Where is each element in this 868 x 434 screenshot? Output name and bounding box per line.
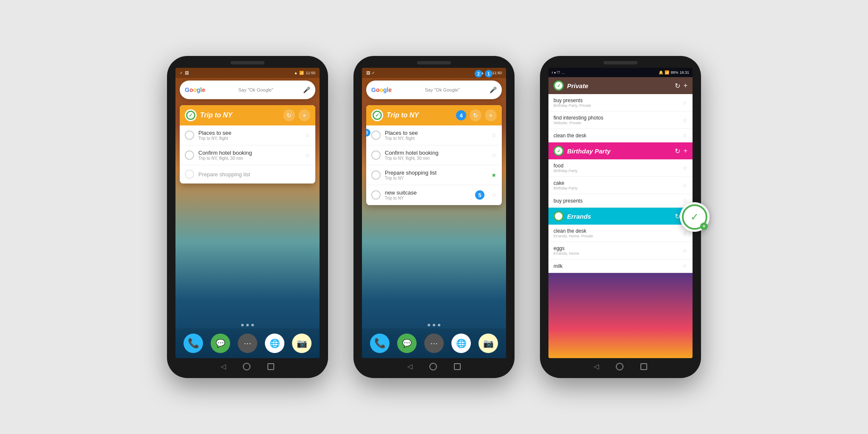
- add-btn-1[interactable]: +: [298, 109, 310, 121]
- private-check: ✓: [554, 81, 564, 91]
- status-time-3: 16:31: [679, 70, 689, 75]
- star-2-2[interactable]: ★: [491, 172, 497, 178]
- item-circle-1-1[interactable]: [185, 150, 194, 160]
- todo-star-e-2[interactable]: ☆: [682, 263, 687, 269]
- birthday-add[interactable]: +: [684, 147, 687, 155]
- check-mark-1: ✓: [189, 112, 193, 118]
- item-circle-1-2[interactable]: [185, 170, 194, 179]
- nav-home-2[interactable]: [429, 363, 437, 370]
- widget-check-inner-2: ✓: [373, 111, 382, 120]
- star-2-3[interactable]: ☆: [491, 192, 497, 198]
- dot-1: [241, 324, 244, 326]
- todo-text-e-0: clean the desk Errands, Home, Private: [554, 228, 679, 238]
- item-circle-2-0[interactable]: [371, 131, 381, 140]
- status-time-2: 11:50: [492, 71, 502, 75]
- item-circle-2-1[interactable]: [371, 150, 381, 160]
- star-2-0[interactable]: ☆: [491, 132, 497, 139]
- todo-star-e-0[interactable]: ☆: [682, 230, 687, 236]
- star-1-0[interactable]: ☆: [305, 132, 310, 139]
- todo-text-b-0: food Birthday Party: [554, 163, 679, 173]
- todo-list-3: ✓ Private ↻ + buy presents Birthday Part…: [548, 77, 693, 358]
- errands-sync[interactable]: ↻: [675, 212, 680, 220]
- nav-home-1[interactable]: [243, 363, 250, 370]
- birthday-sync[interactable]: ↻: [675, 147, 680, 155]
- phone-screen-2: 🖼 ✓ ▲ 📶 11:50 Google Say "Ok Google" 🎤 1…: [362, 68, 506, 358]
- item-circle-2-3[interactable]: [371, 190, 381, 200]
- todo-item-b-2: buy presents ☆: [548, 194, 693, 208]
- todo-name-b-0: food: [554, 163, 679, 169]
- nav-recent-3[interactable]: [640, 363, 647, 370]
- widget-item-2-2: Prepare shopping list Trip to NY ★: [366, 165, 502, 185]
- nav-back-2[interactable]: ◁: [407, 362, 412, 370]
- phone-1: ✓ 🖼 ▲ 📶 11:50 Google Say "Ok Google" 🎤: [167, 56, 328, 378]
- dock-apps-2[interactable]: ⋯: [424, 334, 444, 353]
- dock-camera-1[interactable]: 📷: [292, 334, 312, 353]
- item-sub-1-0: Trip to NY, flight: [198, 136, 300, 141]
- dock-phone-1[interactable]: 📞: [184, 334, 203, 353]
- widget-title-2: Trip to NY: [387, 111, 453, 119]
- nav-home-3[interactable]: [616, 363, 623, 370]
- todo-text-e-2: milk: [554, 263, 679, 269]
- widget-check-2: ✓: [371, 109, 383, 121]
- status-bar-3: f♦🛡... 🔔 📶 88% 16:31: [548, 68, 693, 77]
- nav-back-1[interactable]: ◁: [221, 362, 226, 370]
- nav-back-3[interactable]: ◁: [594, 362, 599, 370]
- todo-star-p-0[interactable]: ☆: [682, 100, 687, 106]
- todo-item-e-2: milk ☆: [548, 259, 693, 273]
- item-circle-1-0[interactable]: [185, 131, 194, 140]
- sync-btn-1[interactable]: ↻: [283, 109, 295, 121]
- dock-chrome-2[interactable]: 🌐: [451, 334, 471, 353]
- item-name-2-0: Places to see: [385, 130, 487, 136]
- todo-name-p-0: buy presents: [554, 97, 679, 103]
- widget-item-2-1: Confirm hotel booking Trip to NY, flight…: [366, 145, 502, 165]
- item-text-1-2: Prepare shopping list: [198, 171, 310, 178]
- dot-6: [438, 324, 440, 326]
- google-hint-1: Say "Ok Google": [209, 87, 303, 92]
- private-sync[interactable]: ↻: [675, 82, 680, 90]
- dock-apps-1[interactable]: ⋯: [238, 334, 257, 353]
- star-1-1[interactable]: ☆: [305, 152, 310, 159]
- todo-item-p-1: find interesting photos Website, Private…: [548, 111, 693, 129]
- status-bar-2: 🖼 ✓ ▲ 📶 11:50: [362, 68, 506, 78]
- private-add[interactable]: +: [684, 82, 687, 90]
- dock-chrome-1[interactable]: 🌐: [265, 334, 284, 353]
- todo-star-b-1[interactable]: ☆: [682, 182, 687, 189]
- status-right-1: ▲ 📶 11:50: [294, 71, 315, 75]
- nav-recent-2[interactable]: [454, 363, 461, 370]
- todo-tags-p-1: Website, Private: [554, 121, 679, 125]
- dots-2: [428, 324, 440, 326]
- todo-tags-b-1: Birthday Party: [554, 186, 679, 190]
- item-text-1-0: Places to see Trip to NY, flight: [198, 130, 300, 141]
- todo-star-b-2[interactable]: ☆: [682, 198, 687, 204]
- star-2-1[interactable]: ☆: [491, 152, 497, 159]
- phone-2: 🖼 ✓ ▲ 📶 11:50 Google Say "Ok Google" 🎤 1…: [353, 56, 515, 378]
- todo-star-p-2[interactable]: ☆: [682, 132, 687, 139]
- item-circle-2-2[interactable]: [371, 170, 381, 180]
- widget-items-2: 3 Places to see Trip to NY, flight ☆ Con…: [366, 125, 502, 205]
- sync-btn-2[interactable]: ↻: [470, 109, 481, 121]
- item-sub-2-1: Trip to NY, flight, 30 min: [385, 156, 487, 161]
- google-bar-2[interactable]: Google Say "Ok Google" 🎤: [366, 81, 502, 99]
- dock-hangouts-1[interactable]: 💬: [211, 334, 230, 353]
- widget-check-inner-1: ✓: [186, 111, 195, 120]
- dock-phone-2[interactable]: 📞: [370, 334, 389, 353]
- add-btn-2[interactable]: +: [485, 109, 497, 121]
- todo-item-e-1: eggs Errands, Home ☆: [548, 242, 693, 259]
- todo-star-e-1[interactable]: ☆: [682, 248, 687, 254]
- status-left-2: 🖼 ✓: [366, 71, 375, 75]
- widget-item-2-0: Places to see Trip to NY, flight ☆: [366, 125, 502, 145]
- item-name-2-1: Confirm hotel booking: [385, 150, 487, 156]
- todo-star-b-0[interactable]: ☆: [682, 165, 687, 171]
- birthday-header: ✓ Birthday Party ↻ +: [548, 142, 693, 159]
- dock-camera-2[interactable]: 📷: [479, 334, 498, 353]
- widget-header-1: ✓ Trip to NY ↻ +: [180, 105, 315, 125]
- badge-num-1: 1: [485, 70, 492, 78]
- todo-star-p-1[interactable]: ☆: [682, 117, 687, 123]
- nav-recent-1[interactable]: [267, 363, 274, 370]
- google-bar-1[interactable]: Google Say "Ok Google" 🎤: [180, 81, 315, 99]
- dock-hangouts-2[interactable]: 💬: [397, 334, 417, 353]
- phone-screen-3: f♦🛡... 🔔 📶 88% 16:31 ✓ Private ↻ +: [548, 68, 693, 358]
- phone-screen-1: ✓ 🖼 ▲ 📶 11:50 Google Say "Ok Google" 🎤: [175, 68, 320, 358]
- app-icon-overlay[interactable]: ✓ +: [680, 202, 709, 232]
- item-text-2-1: Confirm hotel booking Trip to NY, flight…: [385, 150, 487, 161]
